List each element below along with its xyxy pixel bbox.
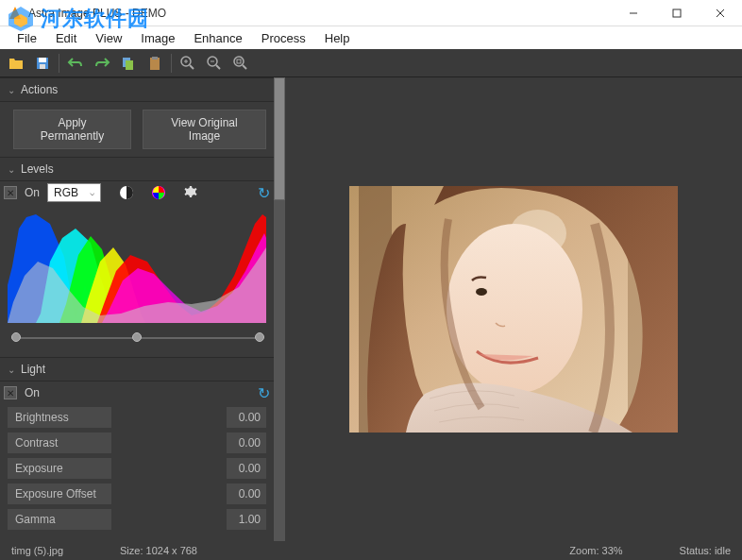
redo-icon[interactable] xyxy=(92,53,112,74)
apply-permanently-button[interactable]: Apply Permanently xyxy=(13,110,131,149)
svg-point-29 xyxy=(476,288,487,296)
svg-rect-8 xyxy=(126,60,133,70)
status-filename: timg (5).jpg xyxy=(11,545,63,556)
status-zoom: Zoom: 33% xyxy=(569,545,622,556)
menu-enhance[interactable]: Enhance xyxy=(184,28,251,48)
svg-point-28 xyxy=(447,224,582,394)
channel-dropdown[interactable]: RGB⌵ xyxy=(47,183,101,202)
levels-slider[interactable] xyxy=(11,331,262,346)
light-on-checkbox[interactable]: ✕ xyxy=(4,386,17,399)
contrast-icon[interactable] xyxy=(118,184,135,201)
slider-white-handle[interactable] xyxy=(255,332,264,342)
svg-rect-20 xyxy=(237,59,241,63)
chevron-down-icon: ⌄ xyxy=(8,85,15,95)
undo-icon[interactable] xyxy=(65,53,86,74)
param-contrast[interactable]: Contrast0.00 xyxy=(8,432,266,454)
zoom-out-icon[interactable] xyxy=(204,53,225,74)
save-icon[interactable] xyxy=(32,53,53,74)
param-brightness[interactable]: Brightness0.00 xyxy=(8,406,266,429)
param-gamma[interactable]: Gamma1.00 xyxy=(8,508,266,531)
color-wheel-icon[interactable] xyxy=(150,184,167,201)
status-size: Size: 1024 x 768 xyxy=(120,545,197,556)
section-actions-header[interactable]: ⌄ Actions xyxy=(0,77,274,102)
zoom-fit-icon[interactable] xyxy=(230,53,251,74)
menu-process[interactable]: Process xyxy=(252,28,315,48)
svg-line-16 xyxy=(216,65,220,69)
chevron-down-icon: ⌄ xyxy=(8,365,15,375)
view-original-button[interactable]: View Original Image xyxy=(143,110,266,149)
settings-icon[interactable] xyxy=(182,184,199,201)
sidebar: ⌄ Actions Apply Permanently View Origina… xyxy=(0,77,285,541)
slider-black-handle[interactable] xyxy=(11,332,21,342)
section-light-header[interactable]: ⌄ Light xyxy=(0,357,274,382)
param-exposure-offset[interactable]: Exposure Offset0.00 xyxy=(8,483,266,505)
svg-point-18 xyxy=(234,57,244,66)
menu-help[interactable]: Help xyxy=(315,28,360,48)
close-button[interactable] xyxy=(699,0,742,26)
minimize-button[interactable] xyxy=(612,0,655,26)
image-preview xyxy=(349,186,678,433)
section-levels-header[interactable]: ⌄ Levels xyxy=(0,157,274,181)
open-icon[interactable] xyxy=(6,53,26,74)
light-on-label: On xyxy=(25,386,40,399)
svg-rect-10 xyxy=(152,57,158,59)
toolbar xyxy=(0,49,742,77)
copy-icon[interactable] xyxy=(118,53,139,74)
maximize-button[interactable] xyxy=(655,0,699,26)
levels-on-checkbox[interactable]: ✕ xyxy=(4,186,17,199)
sidebar-scrollbar[interactable] xyxy=(274,77,285,541)
svg-rect-1 xyxy=(673,9,681,17)
statusbar: timg (5).jpg Size: 1024 x 768 Zoom: 33% … xyxy=(0,541,742,560)
levels-on-label: On xyxy=(25,186,40,199)
paste-icon[interactable] xyxy=(144,53,165,74)
canvas-area[interactable] xyxy=(285,77,742,541)
status-state: Status: idle xyxy=(680,545,731,556)
svg-rect-6 xyxy=(40,64,45,69)
svg-line-19 xyxy=(243,65,246,69)
watermark-overlay: 河东软件园 xyxy=(5,5,149,33)
histogram-display xyxy=(8,210,266,323)
svg-rect-5 xyxy=(39,58,46,62)
param-exposure[interactable]: Exposure0.00 xyxy=(8,457,266,480)
svg-line-12 xyxy=(190,65,194,69)
zoom-in-icon[interactable] xyxy=(177,53,198,74)
chevron-down-icon: ⌄ xyxy=(8,164,15,175)
slider-mid-handle[interactable] xyxy=(132,332,142,342)
reset-icon[interactable]: ↻ xyxy=(258,184,270,202)
reset-icon[interactable]: ↻ xyxy=(258,384,270,402)
scrollbar-thumb[interactable] xyxy=(274,77,285,200)
